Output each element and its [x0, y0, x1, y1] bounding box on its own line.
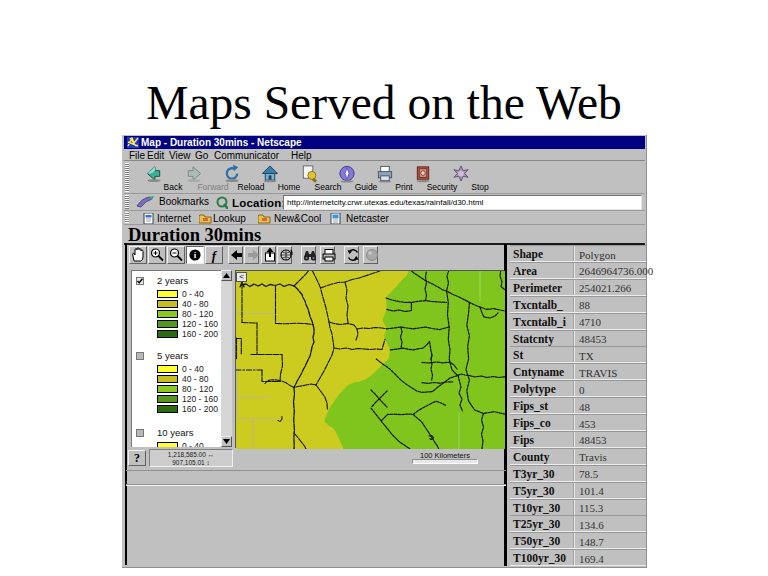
svg-text:f: f — [212, 248, 218, 263]
